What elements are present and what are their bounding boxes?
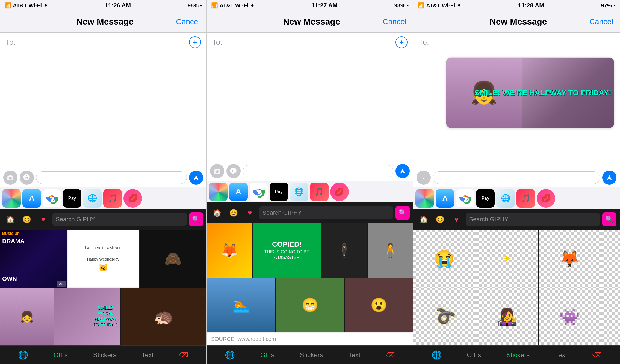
applepay-icon-2[interactable]: Pay <box>270 183 288 201</box>
cry-girl-emoji: 😭 <box>434 249 454 268</box>
giphy-emoji-2[interactable]: 😊 <box>226 206 241 220</box>
orange-emoji: 🦊 <box>221 243 238 258</box>
stickers-tab-3[interactable]: Stickers <box>506 351 530 359</box>
stickers-tab-2[interactable]: Stickers <box>300 351 323 359</box>
giphy-heart-3[interactable]: ♥ <box>449 212 463 226</box>
kiss-icon-1[interactable]: 💋 <box>123 189 142 208</box>
delete-button-2[interactable]: ⌫ <box>386 351 395 359</box>
appstore-icon-row-1[interactable]: A <box>22 189 41 208</box>
gifs-tab-2[interactable]: GIFs <box>260 351 274 359</box>
music-icon-2[interactable]: 🎵 <box>310 183 329 201</box>
message-input-2[interactable] <box>243 165 394 177</box>
photos-icon-1[interactable] <box>2 189 21 208</box>
text-tab-3[interactable]: Text <box>555 351 567 359</box>
gif-row-1-2: 👧 SMILE!WE'REHALFWAYTO FRIDAY! 🦔 <box>0 288 206 345</box>
music-icon-3[interactable]: 🎵 <box>516 189 535 208</box>
web-icon-1[interactable]: 🌐 <box>83 189 102 208</box>
giphy-search-input-1[interactable]: Search GIPHY <box>52 213 187 226</box>
add-recipient-button-1[interactable]: + <box>189 36 201 48</box>
gif-cell-orange[interactable]: 🦊 <box>207 223 252 278</box>
camera-button-2[interactable] <box>210 164 224 178</box>
text-tab-2[interactable]: Text <box>348 351 360 359</box>
main-area-3: 👧 SMILE! WE'RE HALFWAY TO FRIDAY! <box>413 52 620 168</box>
giphy-search-input-2[interactable]: Search GIPHY <box>259 206 394 219</box>
stickers-tab-1[interactable]: Stickers <box>93 351 116 359</box>
appstore-icon-1: 🅐 <box>23 174 30 181</box>
delete-button-3[interactable]: ⌫ <box>592 351 602 359</box>
camera-button-1[interactable] <box>3 171 17 185</box>
gif-cell-arrow[interactable]: ➰ <box>413 288 475 345</box>
gif-cell-anime[interactable]: 👩‍🎤 <box>476 288 538 345</box>
gif-cell-hedgehog[interactable]: 🦔 <box>121 288 206 345</box>
music-title: MUSIC UP <box>2 232 20 236</box>
giphy-heart-1[interactable]: ♥ <box>36 212 50 226</box>
gif-cell-alien[interactable]: 👾 <box>539 288 601 345</box>
giphy-home-3[interactable]: 🏠 <box>417 212 431 226</box>
message-input-3[interactable] <box>433 171 600 184</box>
giphy-search-input-3[interactable]: Search GIPHY <box>466 213 600 226</box>
cancel-button-2[interactable]: Cancel <box>383 17 406 26</box>
gif-cell-man[interactable]: 🧍 <box>368 223 413 278</box>
kiss-icon-3[interactable]: 💋 <box>537 189 555 208</box>
gif-cell-music[interactable]: MUSIC UP DRAMA OWN Ad <box>0 230 67 288</box>
globe-icon-3[interactable]: 🌐 <box>432 350 442 360</box>
cancel-button-3[interactable]: Cancel <box>589 17 613 26</box>
input-bar-2: 🅐 <box>207 161 413 181</box>
giphy-search-button-3[interactable]: 🔍 <box>602 212 616 226</box>
gif-cell-star[interactable]: ✦ <box>476 230 538 288</box>
kiss-icon-2[interactable]: 💋 <box>330 183 349 201</box>
chrome-icon-3[interactable] <box>456 189 474 208</box>
gif-cell-shia[interactable]: 🕴 <box>321 223 367 278</box>
time-3: 11:28 AM <box>518 2 544 9</box>
to-input-1[interactable] <box>18 37 187 47</box>
send-button-3[interactable] <box>602 171 616 185</box>
applepay-icon-3[interactable]: Pay <box>476 189 495 208</box>
gifs-tab-3[interactable]: GIFs <box>467 351 481 359</box>
gif-cell-copied[interactable]: COPIED! THIS IS GOING TO BEA DISASTER <box>253 223 321 278</box>
web-icon-3[interactable]: 🌐 <box>496 189 515 208</box>
gif-cell-halfway-1[interactable]: 👧 SMILE!WE'REHALFWAYTO FRIDAY! <box>0 288 120 345</box>
chrome-icon-2[interactable] <box>249 183 268 201</box>
gif-cell-smiling[interactable]: 😁 <box>276 278 344 332</box>
globe-icon-1[interactable]: 🌐 <box>18 350 28 360</box>
gifs-tab-1[interactable]: GIFs <box>54 351 68 359</box>
appstore-icon-row-3[interactable]: A <box>436 189 454 208</box>
add-recipient-button-2[interactable]: + <box>395 36 408 48</box>
giphy-heart-2[interactable]: ♥ <box>243 206 257 220</box>
message-input-1[interactable] <box>36 171 187 184</box>
to-input-2[interactable] <box>225 37 393 47</box>
gif-cell-wednesday[interactable]: I am here to wish youHappy Wednesday 🐱 <box>67 230 139 288</box>
web-icon-2[interactable]: 🌐 <box>290 183 308 201</box>
bottom-tab-bar-2: 🌐 GIFs Stickers Text ⌫ <box>207 345 413 364</box>
photos-icon-2[interactable] <box>209 183 228 201</box>
appstore-button-2[interactable]: 🅐 <box>226 164 241 178</box>
giphy-home-2[interactable]: 🏠 <box>210 206 224 220</box>
giphy-emoji-3[interactable]: 😊 <box>433 212 447 226</box>
chrome-icon-1[interactable] <box>43 189 61 208</box>
gif-row-1-1: MUSIC UP DRAMA OWN Ad I am here to wish … <box>0 230 206 288</box>
gif-cell-cry-girl[interactable]: 😭 <box>413 230 475 288</box>
send-button-2[interactable] <box>395 164 410 178</box>
gif-cell-lake[interactable]: 🏊 <box>207 278 275 332</box>
delete-button-1[interactable]: ⌫ <box>179 351 188 359</box>
text-tab-1[interactable]: Text <box>142 351 154 359</box>
appstore-icon-row-2[interactable]: A <box>229 183 248 201</box>
appstore-button-1[interactable]: 🅐 <box>20 171 34 185</box>
giphy-emoji-1[interactable]: 😊 <box>20 212 34 226</box>
send-button-1[interactable] <box>189 171 203 185</box>
gif-cell-dark-person[interactable]: 🙈 <box>140 230 206 288</box>
giphy-search-button-1[interactable]: 🔍 <box>189 212 203 226</box>
applepay-icon-1[interactable]: Pay <box>63 189 81 208</box>
gif-cell-room[interactable]: 😮 <box>345 278 413 332</box>
arrow-right-button-3[interactable]: › <box>417 171 431 185</box>
music-icon-1[interactable]: 🎵 <box>103 189 122 208</box>
cancel-button-1[interactable]: Cancel <box>176 17 200 26</box>
photos-icon-3[interactable] <box>415 189 434 208</box>
gif-cell-partial[interactable] <box>601 230 620 288</box>
giphy-search-button-2[interactable]: 🔍 <box>395 206 410 220</box>
globe-icon-2[interactable]: 🌐 <box>225 350 235 360</box>
gif-cell-fox[interactable]: 🦊 <box>539 230 601 288</box>
gif-cell-partial-2[interactable] <box>601 288 620 345</box>
giphy-home-1[interactable]: 🏠 <box>3 212 17 226</box>
giphy-bar-1: 🏠 😊 ♥ Search GIPHY 🔍 <box>0 209 206 230</box>
